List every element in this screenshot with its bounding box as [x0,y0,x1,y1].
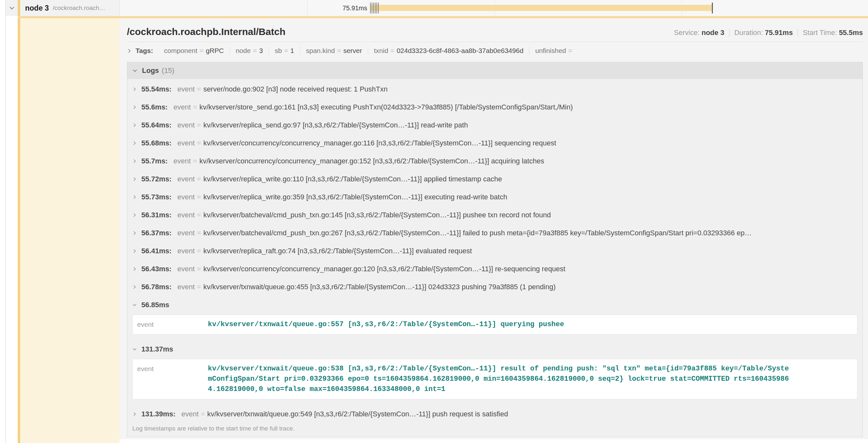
log-value: kv/kvserver/txnwait/queue.go:549 [n3,s3,… [207,410,508,418]
log-field: event [177,283,195,291]
tag-unfinished: unfinished= [529,46,580,55]
chevron-right-icon [132,285,137,289]
chevron-down-icon[interactable] [132,68,137,73]
log-field: event [177,139,195,147]
chevron-right-icon [132,105,137,109]
chevron-right-icon [132,141,137,145]
log-row[interactable]: 55.6ms: event= kv/kvserver/store_send.go… [127,98,863,116]
log-timestamp: 131.37ms [141,345,173,353]
log-marker-end-tick [712,3,713,13]
log-row[interactable]: 131.39ms: event= kv/kvserver/txnwait/que… [127,405,863,423]
log-row[interactable]: 56.31ms: event= kv/kvserver/batcheval/cm… [127,206,863,224]
chevron-down-icon[interactable] [9,5,15,11]
log-timestamp: 55.6ms: [141,103,168,111]
log-row[interactable]: 55.7ms: event= kv/kvserver/concurrency/c… [127,152,863,170]
log-row[interactable]: 56.37ms: event= kv/kvserver/batcheval/cm… [127,224,863,242]
tags-accordion[interactable]: Tags: component=gRPC node=3 sb=1 span.ki… [127,42,863,59]
log-timestamp: 55.68ms: [141,139,172,147]
log-value: kv/kvserver/concurrency/concurrency_mana… [199,157,544,165]
log-timestamp: 55.54ms: [141,85,172,94]
tag-sb: sb=1 [269,46,300,55]
log-timestamp: 55.73ms: [141,193,172,201]
logs-block: Logs (15) 55.54ms: event= server/node.go… [127,62,863,437]
span-detail-header: /cockroach.roachpb.Internal/Batch Servic… [127,18,863,38]
span-duration-label: 75.91ms [120,0,367,16]
log-timestamp: 56.78ms: [141,283,172,291]
log-timestamp: 55.72ms: [141,175,172,183]
log-value: kv/kvserver/replica_raft.go:74 [n3,s3,r6… [203,247,472,255]
duration-value: 75.91ms [765,29,793,37]
log-field: event [177,85,195,94]
span-meta: Service: node 3 Duration: 75.91ms Start … [674,29,863,37]
log-marker-tick [378,3,379,13]
meta-separator [798,29,798,37]
log-detail-key: event [137,319,208,330]
log-marker-tick [373,3,374,13]
log-field: event [177,193,195,201]
chevron-right-icon [132,87,137,92]
chevron-right-icon [132,213,137,217]
chevron-down-icon [132,347,137,351]
tag-txnid: txnid=024d3323-6c8f-4863-aa8b-37ab0e6349… [368,46,529,55]
logs-count: (15) [162,66,175,75]
log-value: kv/kvserver/txnwait/queue.go:455 [n3,s3,… [203,283,556,291]
log-field: event [174,157,191,165]
span-color-accent [18,0,20,16]
log-detail-value: kv/kvserver/txnwait/queue.go:538 [n3,s3,… [208,364,789,395]
detail-row-highlight [20,18,120,443]
service-value: node 3 [702,29,724,37]
log-row[interactable]: 55.72ms: event= kv/kvserver/replica_writ… [127,170,863,188]
chevron-right-icon[interactable] [127,48,132,53]
log-timestamp: 56.43ms: [141,265,172,273]
tag-node: node=3 [230,46,269,55]
span-duration-bar[interactable] [371,5,712,11]
chevron-right-icon [132,412,137,416]
log-row[interactable]: 56.78ms: event= kv/kvserver/txnwait/queu… [127,278,863,296]
log-field: event [177,247,195,255]
tags-label: Tags: [135,46,153,55]
span-name-column[interactable]: node 3 /cockroach.roach… [6,0,120,16]
log-value: kv/kvserver/batcheval/cmd_push_txn.go:14… [203,211,551,219]
span-title: /cockroach.roachpb.Internal/Batch [127,26,285,38]
log-marker-tick [376,3,377,13]
log-timestamp: 131.39ms: [141,410,176,418]
start-time-value: 55.5ms [839,29,863,37]
log-value: kv/kvserver/replica_write.go:110 [n3,s3,… [203,175,502,183]
log-row-expanded-header[interactable]: 131.37ms [127,340,863,358]
log-detail-value: kv/kvserver/txnwait/queue.go:557 [n3,s3,… [208,319,564,330]
log-timestamp: 56.31ms: [141,211,172,219]
tag-component: component=gRPC [158,46,229,55]
log-row[interactable]: 55.64ms: event= kv/kvserver/replica_send… [127,116,863,134]
span-row[interactable]: node 3 /cockroach.roach… 75.91ms [6,0,868,16]
span-service-name: node 3 [25,4,49,12]
log-timestamp: 55.7ms: [141,157,168,165]
log-row[interactable]: 56.41ms: event= kv/kvserver/replica_raft… [127,242,863,260]
log-marker-tick [372,3,372,13]
logs-accordion-header[interactable]: Logs (15) [127,62,863,79]
chevron-right-icon [132,123,137,128]
span-timeline[interactable]: 75.91ms [120,0,868,16]
duration-label: Duration: [734,29,763,37]
chevron-right-icon [132,177,137,181]
logs-list: 55.54ms: event= server/node.go:902 [n3] … [127,79,863,423]
chevron-right-icon [132,267,137,271]
logs-footer-note: Log timestamps are relative to the start… [127,423,863,437]
log-row[interactable]: 55.54ms: event= server/node.go:902 [n3] … [127,80,863,98]
detail-accent-strip [18,18,20,443]
log-field: event [177,211,195,219]
log-timestamp: 55.64ms: [141,121,172,129]
chevron-right-icon [132,249,137,253]
log-row[interactable]: 55.73ms: event= kv/kvserver/replica_writ… [127,188,863,206]
log-value: kv/kvserver/store_send.go:161 [n3,s3] ex… [199,103,573,111]
chevron-right-icon [132,231,137,235]
log-field: event [177,175,195,183]
log-field: event [177,121,195,129]
chevron-down-icon [132,303,137,307]
log-timestamp: 56.85ms [141,301,169,309]
log-row[interactable]: 56.43ms: event= kv/kvserver/concurrency/… [127,260,863,278]
log-detail-key: event [137,364,208,395]
log-value: kv/kvserver/replica_write.go:359 [n3,s3,… [203,193,507,201]
log-row[interactable]: 55.68ms: event= kv/kvserver/concurrency/… [127,134,863,152]
log-row-expanded-header[interactable]: 56.85ms [127,296,863,314]
logs-title: Logs [142,66,159,75]
